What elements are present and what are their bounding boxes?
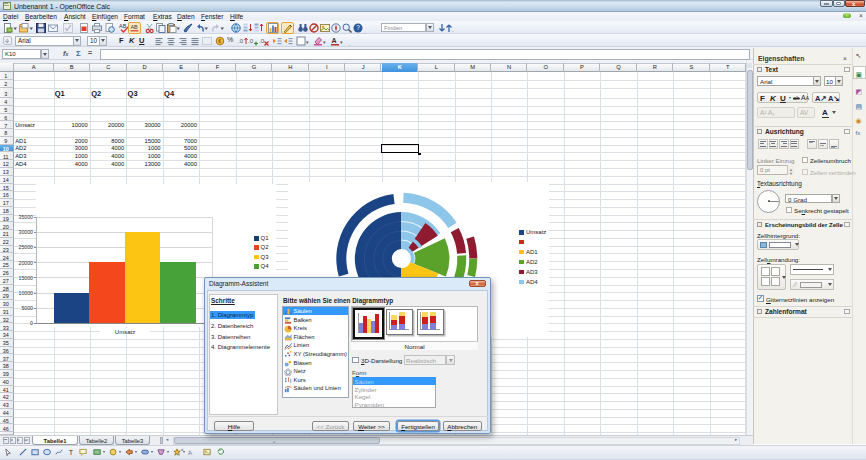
svg-text:T: T xyxy=(69,448,74,457)
svg-text:A: A xyxy=(187,449,193,457)
